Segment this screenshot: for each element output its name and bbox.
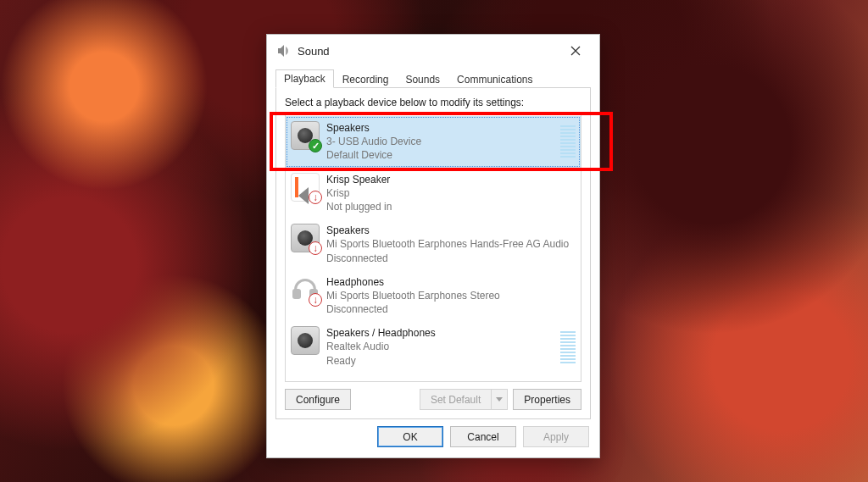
tab-sounds[interactable]: Sounds bbox=[397, 70, 448, 88]
device-status: Default Device bbox=[326, 148, 560, 162]
set-default-button[interactable]: Set Default bbox=[420, 389, 492, 410]
device-name: Speakers / Headphones bbox=[326, 326, 560, 340]
tab-panel-playback: Select a playback device below to modify… bbox=[275, 87, 591, 419]
speaker-icon bbox=[291, 224, 320, 252]
krisp-icon bbox=[291, 173, 320, 202]
tab-strip: PlaybackRecordingSoundsCommunications bbox=[267, 67, 599, 87]
ok-button[interactable]: OK bbox=[377, 426, 443, 447]
device-description: Mi Sports Bluetooth Earphones Hands-Free… bbox=[326, 237, 576, 251]
volume-meter bbox=[560, 326, 576, 368]
volume-meter bbox=[560, 121, 576, 163]
device-status: Not plugged in bbox=[326, 200, 576, 213]
titlebar: Sound bbox=[267, 35, 599, 67]
device-text: HeadphonesMi Sports Bluetooth Earphones … bbox=[326, 275, 576, 317]
device-name: Headphones bbox=[326, 275, 576, 289]
tab-recording[interactable]: Recording bbox=[334, 70, 398, 88]
apply-button[interactable]: Apply bbox=[523, 426, 589, 447]
sound-dialog: Sound PlaybackRecordingSoundsCommunicati… bbox=[266, 34, 600, 458]
device-status: Disconnected bbox=[326, 302, 576, 316]
tab-communications[interactable]: Communications bbox=[448, 70, 541, 88]
close-button[interactable] bbox=[559, 38, 593, 64]
chevron-down-icon bbox=[496, 397, 503, 402]
device-name: Krisp Speaker bbox=[326, 173, 576, 186]
sound-app-icon bbox=[275, 43, 291, 58]
set-default-dropdown[interactable] bbox=[491, 389, 508, 410]
device-description: Krisp bbox=[326, 186, 576, 200]
close-icon bbox=[570, 46, 581, 56]
device-text: Krisp SpeakerKrispNot plugged in bbox=[326, 173, 576, 214]
device-name: Speakers bbox=[326, 224, 576, 237]
instruction-text: Select a playback device below to modify… bbox=[285, 97, 581, 108]
panel-button-row: Configure Set Default Properties bbox=[285, 389, 581, 410]
unplugged-badge-icon bbox=[309, 293, 322, 307]
device-row[interactable]: Krisp SpeakerKrispNot plugged in bbox=[286, 168, 581, 219]
device-description: Mi Sports Bluetooth Earphones Stereo bbox=[326, 289, 576, 302]
device-name: Speakers bbox=[326, 121, 560, 135]
headphones-icon bbox=[291, 275, 320, 304]
device-status: Disconnected bbox=[326, 252, 576, 265]
device-text: Speakers / HeadphonesRealtek AudioReady bbox=[326, 326, 560, 368]
device-row[interactable]: SpeakersMi Sports Bluetooth Earphones Ha… bbox=[286, 219, 581, 270]
device-row[interactable]: HeadphonesMi Sports Bluetooth Earphones … bbox=[286, 270, 581, 322]
unplugged-badge-icon bbox=[309, 191, 322, 204]
properties-button[interactable]: Properties bbox=[513, 389, 581, 410]
desktop-wallpaper: Sound PlaybackRecordingSoundsCommunicati… bbox=[0, 0, 868, 482]
configure-button[interactable]: Configure bbox=[285, 389, 351, 410]
device-list[interactable]: Speakers3- USB Audio DeviceDefault Devic… bbox=[285, 114, 581, 382]
device-row[interactable]: Speakers3- USB Audio DeviceDefault Devic… bbox=[286, 116, 581, 168]
speaker-icon bbox=[291, 121, 320, 150]
device-text: Speakers3- USB Audio DeviceDefault Devic… bbox=[326, 121, 560, 163]
device-description: 3- USB Audio Device bbox=[326, 135, 560, 148]
speaker-icon bbox=[291, 326, 320, 355]
device-text: SpeakersMi Sports Bluetooth Earphones Ha… bbox=[326, 224, 576, 265]
dialog-button-row: OK Cancel Apply bbox=[267, 426, 599, 457]
unplugged-badge-icon bbox=[309, 241, 322, 255]
device-row[interactable]: Speakers / HeadphonesRealtek AudioReady bbox=[286, 321, 581, 373]
default-check-badge-icon bbox=[309, 139, 322, 152]
cancel-button[interactable]: Cancel bbox=[450, 426, 516, 447]
tab-playback[interactable]: Playback bbox=[275, 69, 334, 88]
window-title: Sound bbox=[298, 45, 559, 58]
device-description: Realtek Audio bbox=[326, 340, 560, 353]
device-status: Ready bbox=[326, 354, 560, 368]
